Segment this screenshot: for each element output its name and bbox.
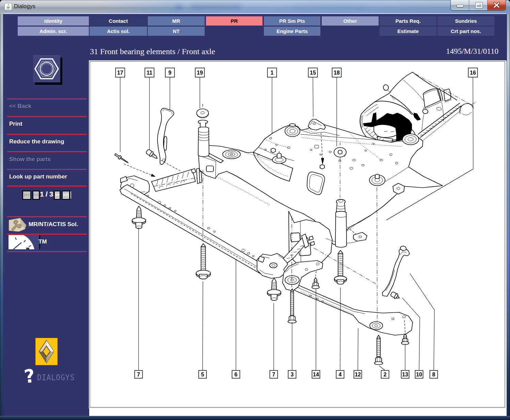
nut-icon [33,55,60,82]
screw-4 [334,250,347,284]
separator [7,186,87,187]
app-window: Dialogys Identity Contact MR PR PR Sm Pt… [0,0,510,420]
tm-link[interactable]: TM [38,238,47,245]
menu-print[interactable]: Print [9,121,22,127]
cursor-tick [70,191,71,199]
page-indicator: 1 / 3 [39,190,54,198]
screw-13 [401,334,409,345]
bolt-14 [312,278,319,289]
close-icon [488,0,506,10]
damper-cup-washer [197,104,209,118]
callout-number: 5 [201,372,204,377]
callout-number: 13 [402,372,408,377]
tab-identity[interactable]: Identity [18,16,89,26]
right-bump-stop [335,199,347,247]
bolt-2 [374,335,383,365]
maximize-button[interactable] [469,0,488,10]
gauge-icon[interactable] [9,235,40,249]
leader-line [203,281,203,371]
subframe [198,124,443,266]
window-border-left [0,14,3,420]
callout-number: 18 [334,70,340,76]
page-title: 31 Front bearing elements / Front axle [90,47,215,56]
window-controls [451,0,506,10]
strap-screw [390,291,401,300]
titlebar-top-edge [0,0,510,0]
last-page-button[interactable]: >>| [62,190,70,200]
screw-7-left [132,206,146,229]
drawing-frame: 171191911518167567314412213108 [90,61,505,408]
maximize-icon [476,2,482,8]
tab-engine-parts[interactable]: Engine Parts [264,27,320,36]
java-icon [4,3,12,11]
callout-number: 3 [291,372,294,377]
leader-line [358,328,358,371]
callout-number: 12 [355,372,361,377]
exploded-view-diagram: 171191911518167567314412213108 [90,62,505,407]
minimize-icon [457,5,464,7]
screw-7-right [267,278,281,300]
close-button[interactable] [488,0,506,10]
menu-back[interactable]: << Back [9,103,31,110]
first-page-button[interactable]: |<< [22,190,31,200]
separator [7,152,87,152]
leader-line [313,77,313,117]
retaining-pin [114,153,129,164]
leader-line [340,287,340,371]
menu-reduce-drawing[interactable]: Reduce the drawing [9,138,64,145]
separator [7,99,87,99]
tab-pr-sm-pts[interactable]: PR Sm Pts [264,16,320,26]
callout-number: 6 [235,372,238,377]
drawing-panel: 171191911518167567314412213108 [89,61,507,416]
callout-number: 2 [384,372,387,377]
rear-left-mount [285,126,300,137]
bolt-3 [288,289,296,323]
tab-contact[interactable]: Contact [90,16,147,26]
next-page-button[interactable]: >> [54,190,61,200]
tab-nt[interactable]: NT [148,27,205,36]
callout-number: 8 [432,372,435,377]
tab-pr[interactable]: PR [206,16,262,26]
clip-bracket [308,119,325,130]
screw-5 [196,244,210,279]
callout-number: 14 [313,372,319,377]
separator [7,134,87,135]
drawing-reference: 1495/M/31/0110 [446,47,498,56]
mr-nt-actis-link[interactable]: MR/NT/ACTIS Sol. [29,221,78,228]
tab-crt-part-nos[interactable]: Crt part nos. [437,27,494,36]
callout-number: 10 [416,372,422,377]
previous-page-button[interactable]: << [32,190,40,200]
separator [7,169,87,170]
tab-sundries[interactable]: Sundries [437,16,494,26]
separator [7,217,87,217]
front-left-mount [223,150,240,159]
minimize-button[interactable] [451,0,469,10]
titlebar[interactable]: Dialogys [0,0,510,14]
separator [7,234,87,235]
callout-number: 15 [310,70,316,76]
tab-admin-scr[interactable]: Admin. scr. [18,27,89,36]
menu-look-up-part-number[interactable]: Look up part number [9,173,67,180]
leader-line [379,366,385,371]
separator [7,116,87,117]
callout-number: 17 [117,70,123,76]
leader-line [410,274,434,371]
separator [7,251,87,252]
window-border-bottom [0,416,510,420]
window-title: Dialogys [14,3,35,10]
maximize-icon-inner [477,4,479,5]
tab-parts-req[interactable]: Parts Req. [380,16,436,26]
tab-other[interactable]: Other [322,16,379,26]
tab-actis-sol[interactable]: Actis sol. [90,27,147,36]
callout-number: 1 [271,70,274,76]
callout-number: 7 [272,372,275,377]
renault-logo [35,338,58,365]
dialogys-question-logo: ? [20,366,39,387]
crossmember-grommet [370,322,383,330]
tab-mr[interactable]: MR [148,16,205,26]
menu-show-parts[interactable]: Show the parts [9,156,51,163]
tab-estimate[interactable]: Estimate [380,27,436,36]
titlebar-sheen [0,0,510,7]
stabilizer-link [158,108,174,165]
wrench-icon[interactable] [9,218,27,232]
